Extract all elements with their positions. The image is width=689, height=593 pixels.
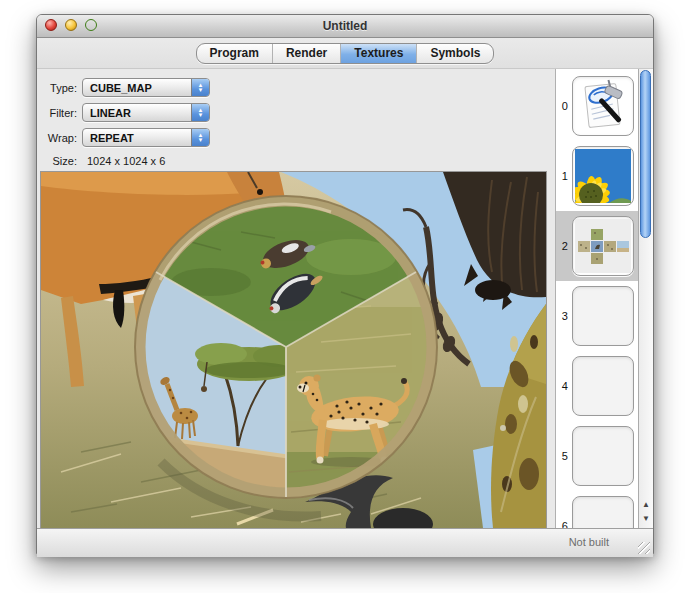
texture-thumbnail-empty[interactable]	[572, 426, 634, 486]
texture-thumbnail[interactable]	[572, 146, 634, 206]
texture-list-item-4[interactable]: 4	[556, 351, 639, 421]
texture-list-item-0[interactable]: 0	[556, 71, 639, 141]
filter-row: Filter: LINEAR ▲▼	[43, 103, 555, 122]
texture-index: 0	[557, 100, 572, 112]
size-label: Size:	[43, 155, 77, 167]
texture-list-item-2[interactable]: 2	[556, 211, 639, 281]
build-status-text: Not built	[569, 536, 609, 548]
scroll-up-icon[interactable]: ▲	[639, 498, 653, 512]
type-label: Type:	[43, 82, 77, 94]
resize-grip-icon[interactable]	[638, 542, 650, 554]
cubemap-sphere-scene-icon	[41, 172, 546, 528]
texture-list-item-6[interactable]: 6	[556, 491, 639, 528]
tab-symbols[interactable]: Symbols	[417, 44, 493, 63]
texture-thumbnail-empty[interactable]	[572, 356, 634, 416]
popup-stepper-icon: ▲▼	[191, 104, 209, 121]
wrap-row: Wrap: REPEAT ▲▼	[43, 128, 555, 147]
texture-index: 4	[557, 380, 572, 392]
sunflower-photo-icon	[575, 149, 631, 203]
wrap-popup-value: REPEAT	[90, 132, 134, 144]
tab-render[interactable]: Render	[273, 44, 341, 63]
window-title: Untitled	[323, 19, 368, 33]
filter-label: Filter:	[43, 107, 77, 119]
texture-list-item-3[interactable]: 3	[556, 281, 639, 351]
size-value: 1024 x 1024 x 6	[87, 155, 165, 167]
texture-thumbnail[interactable]	[572, 76, 634, 136]
texture-inspector-pane: Type: CUBE_MAP ▲▼ Filter: LINEAR ▲▼ Wrap…	[37, 69, 555, 528]
traffic-lights	[45, 19, 97, 31]
texture-list-sidebar: 0	[555, 69, 653, 528]
popup-stepper-icon: ▲▼	[191, 79, 209, 96]
type-popup-value: CUBE_MAP	[90, 82, 152, 94]
texture-thumbnail-empty[interactable]	[572, 286, 634, 346]
shader-builder-app-icon	[575, 79, 631, 133]
size-row: Size: 1024 x 1024 x 6	[43, 155, 555, 167]
scroll-down-icon[interactable]: ▼	[639, 512, 653, 526]
texture-index: 1	[557, 170, 572, 182]
app-window: Untitled Program Render Textures Symbols…	[36, 14, 654, 554]
minimize-button[interactable]	[65, 19, 77, 31]
title-bar[interactable]: Untitled	[37, 15, 653, 38]
texture-list-scrollbar[interactable]: ▲ ▼	[638, 69, 653, 528]
type-row: Type: CUBE_MAP ▲▼	[43, 78, 555, 97]
texture-thumbnail[interactable]	[572, 216, 634, 276]
type-popup[interactable]: CUBE_MAP ▲▼	[82, 78, 210, 97]
wrap-label: Wrap:	[43, 132, 77, 144]
texture-preview-image	[40, 171, 547, 529]
status-bar: Not built	[37, 528, 653, 557]
view-segmented-control: Program Render Textures Symbols	[196, 43, 495, 64]
texture-list-item-5[interactable]: 5	[556, 421, 639, 491]
zoom-button[interactable]	[85, 19, 97, 31]
cubemap-cross-icon	[575, 219, 631, 273]
texture-index: 5	[557, 450, 572, 462]
texture-list-item-1[interactable]: 1	[556, 141, 639, 211]
scrollbar-thumb[interactable]	[640, 70, 651, 238]
tab-bar: Program Render Textures Symbols	[37, 38, 653, 69]
wrap-popup[interactable]: REPEAT ▲▼	[82, 128, 210, 147]
texture-index: 6	[557, 520, 572, 528]
texture-thumbnail-empty[interactable]	[572, 496, 634, 528]
close-button[interactable]	[45, 19, 57, 31]
tab-program[interactable]: Program	[197, 44, 273, 63]
content-area: Type: CUBE_MAP ▲▼ Filter: LINEAR ▲▼ Wrap…	[37, 69, 653, 528]
popup-stepper-icon: ▲▼	[191, 129, 209, 146]
tab-textures[interactable]: Textures	[341, 44, 417, 63]
texture-index: 3	[557, 310, 572, 322]
filter-popup[interactable]: LINEAR ▲▼	[82, 103, 210, 122]
filter-popup-value: LINEAR	[90, 107, 131, 119]
texture-index: 2	[557, 240, 572, 252]
